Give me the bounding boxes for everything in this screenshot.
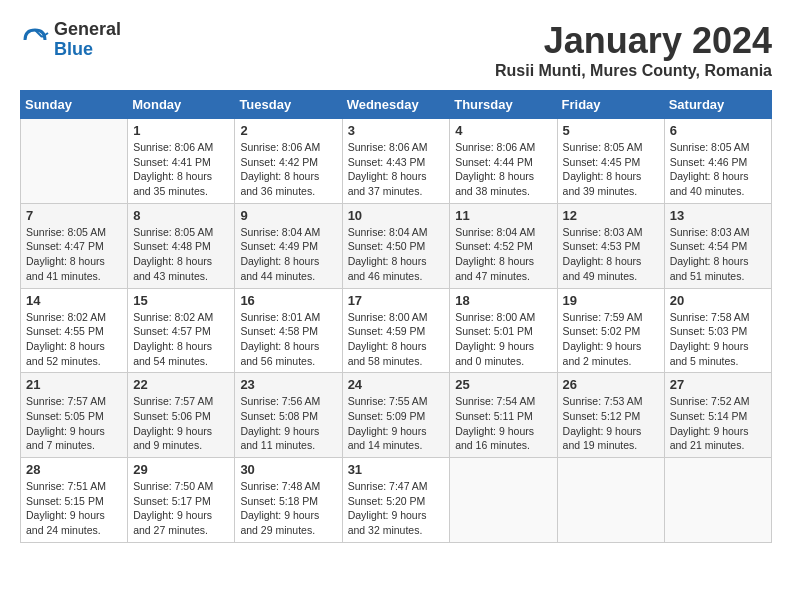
day-info: Sunrise: 8:02 AM Sunset: 4:55 PM Dayligh… [26, 310, 122, 369]
day-number: 17 [348, 293, 445, 308]
day-info: Sunrise: 8:05 AM Sunset: 4:47 PM Dayligh… [26, 225, 122, 284]
day-info: Sunrise: 7:47 AM Sunset: 5:20 PM Dayligh… [348, 479, 445, 538]
calendar-cell [450, 458, 557, 543]
calendar-cell: 9Sunrise: 8:04 AM Sunset: 4:49 PM Daylig… [235, 203, 342, 288]
header-day: Friday [557, 91, 664, 119]
day-info: Sunrise: 7:51 AM Sunset: 5:15 PM Dayligh… [26, 479, 122, 538]
calendar-cell: 25Sunrise: 7:54 AM Sunset: 5:11 PM Dayli… [450, 373, 557, 458]
day-info: Sunrise: 7:57 AM Sunset: 5:06 PM Dayligh… [133, 394, 229, 453]
day-number: 15 [133, 293, 229, 308]
day-info: Sunrise: 8:04 AM Sunset: 4:50 PM Dayligh… [348, 225, 445, 284]
calendar-cell: 24Sunrise: 7:55 AM Sunset: 5:09 PM Dayli… [342, 373, 450, 458]
day-info: Sunrise: 8:06 AM Sunset: 4:44 PM Dayligh… [455, 140, 551, 199]
day-info: Sunrise: 8:03 AM Sunset: 4:54 PM Dayligh… [670, 225, 766, 284]
day-info: Sunrise: 8:06 AM Sunset: 4:41 PM Dayligh… [133, 140, 229, 199]
day-number: 19 [563, 293, 659, 308]
calendar-cell [21, 119, 128, 204]
calendar-cell: 4Sunrise: 8:06 AM Sunset: 4:44 PM Daylig… [450, 119, 557, 204]
day-info: Sunrise: 8:05 AM Sunset: 4:45 PM Dayligh… [563, 140, 659, 199]
calendar-cell: 19Sunrise: 7:59 AM Sunset: 5:02 PM Dayli… [557, 288, 664, 373]
day-number: 22 [133, 377, 229, 392]
calendar-cell: 26Sunrise: 7:53 AM Sunset: 5:12 PM Dayli… [557, 373, 664, 458]
day-number: 10 [348, 208, 445, 223]
day-number: 30 [240, 462, 336, 477]
day-number: 7 [26, 208, 122, 223]
day-number: 8 [133, 208, 229, 223]
calendar-cell: 11Sunrise: 8:04 AM Sunset: 4:52 PM Dayli… [450, 203, 557, 288]
calendar-cell: 20Sunrise: 7:58 AM Sunset: 5:03 PM Dayli… [664, 288, 771, 373]
day-info: Sunrise: 7:55 AM Sunset: 5:09 PM Dayligh… [348, 394, 445, 453]
day-number: 31 [348, 462, 445, 477]
day-info: Sunrise: 8:05 AM Sunset: 4:46 PM Dayligh… [670, 140, 766, 199]
day-info: Sunrise: 8:06 AM Sunset: 4:43 PM Dayligh… [348, 140, 445, 199]
day-info: Sunrise: 7:54 AM Sunset: 5:11 PM Dayligh… [455, 394, 551, 453]
calendar-cell: 22Sunrise: 7:57 AM Sunset: 5:06 PM Dayli… [128, 373, 235, 458]
calendar-week-row: 1Sunrise: 8:06 AM Sunset: 4:41 PM Daylig… [21, 119, 772, 204]
day-number: 14 [26, 293, 122, 308]
header-day: Thursday [450, 91, 557, 119]
calendar-cell: 8Sunrise: 8:05 AM Sunset: 4:48 PM Daylig… [128, 203, 235, 288]
calendar-cell: 18Sunrise: 8:00 AM Sunset: 5:01 PM Dayli… [450, 288, 557, 373]
day-info: Sunrise: 7:59 AM Sunset: 5:02 PM Dayligh… [563, 310, 659, 369]
day-number: 1 [133, 123, 229, 138]
day-info: Sunrise: 7:57 AM Sunset: 5:05 PM Dayligh… [26, 394, 122, 453]
day-number: 25 [455, 377, 551, 392]
calendar-cell: 16Sunrise: 8:01 AM Sunset: 4:58 PM Dayli… [235, 288, 342, 373]
day-info: Sunrise: 8:04 AM Sunset: 4:52 PM Dayligh… [455, 225, 551, 284]
calendar-cell: 31Sunrise: 7:47 AM Sunset: 5:20 PM Dayli… [342, 458, 450, 543]
calendar-week-row: 14Sunrise: 8:02 AM Sunset: 4:55 PM Dayli… [21, 288, 772, 373]
month-title: January 2024 [495, 20, 772, 62]
calendar-table: SundayMondayTuesdayWednesdayThursdayFrid… [20, 90, 772, 543]
day-number: 28 [26, 462, 122, 477]
header-day: Saturday [664, 91, 771, 119]
day-number: 21 [26, 377, 122, 392]
calendar-cell: 10Sunrise: 8:04 AM Sunset: 4:50 PM Dayli… [342, 203, 450, 288]
day-number: 29 [133, 462, 229, 477]
logo-text: General Blue [54, 20, 121, 60]
calendar-cell: 29Sunrise: 7:50 AM Sunset: 5:17 PM Dayli… [128, 458, 235, 543]
day-info: Sunrise: 8:05 AM Sunset: 4:48 PM Dayligh… [133, 225, 229, 284]
calendar-cell: 2Sunrise: 8:06 AM Sunset: 4:42 PM Daylig… [235, 119, 342, 204]
header-day: Wednesday [342, 91, 450, 119]
calendar-week-row: 7Sunrise: 8:05 AM Sunset: 4:47 PM Daylig… [21, 203, 772, 288]
day-number: 18 [455, 293, 551, 308]
calendar-cell: 23Sunrise: 7:56 AM Sunset: 5:08 PM Dayli… [235, 373, 342, 458]
calendar-cell: 13Sunrise: 8:03 AM Sunset: 4:54 PM Dayli… [664, 203, 771, 288]
calendar-cell: 28Sunrise: 7:51 AM Sunset: 5:15 PM Dayli… [21, 458, 128, 543]
calendar-cell: 5Sunrise: 8:05 AM Sunset: 4:45 PM Daylig… [557, 119, 664, 204]
day-info: Sunrise: 8:01 AM Sunset: 4:58 PM Dayligh… [240, 310, 336, 369]
day-number: 2 [240, 123, 336, 138]
header-day: Sunday [21, 91, 128, 119]
logo-blue: Blue [54, 40, 121, 60]
day-number: 23 [240, 377, 336, 392]
day-number: 6 [670, 123, 766, 138]
header-day: Tuesday [235, 91, 342, 119]
calendar-cell: 7Sunrise: 8:05 AM Sunset: 4:47 PM Daylig… [21, 203, 128, 288]
day-info: Sunrise: 8:06 AM Sunset: 4:42 PM Dayligh… [240, 140, 336, 199]
day-number: 16 [240, 293, 336, 308]
day-number: 13 [670, 208, 766, 223]
calendar-cell: 3Sunrise: 8:06 AM Sunset: 4:43 PM Daylig… [342, 119, 450, 204]
day-info: Sunrise: 8:00 AM Sunset: 5:01 PM Dayligh… [455, 310, 551, 369]
calendar-cell: 14Sunrise: 8:02 AM Sunset: 4:55 PM Dayli… [21, 288, 128, 373]
logo: General Blue [20, 20, 121, 60]
logo-icon [20, 25, 50, 55]
location-title: Rusii Munti, Mures County, Romania [495, 62, 772, 80]
day-number: 3 [348, 123, 445, 138]
calendar-week-row: 21Sunrise: 7:57 AM Sunset: 5:05 PM Dayli… [21, 373, 772, 458]
day-number: 26 [563, 377, 659, 392]
day-number: 12 [563, 208, 659, 223]
calendar-cell: 6Sunrise: 8:05 AM Sunset: 4:46 PM Daylig… [664, 119, 771, 204]
day-info: Sunrise: 7:48 AM Sunset: 5:18 PM Dayligh… [240, 479, 336, 538]
day-info: Sunrise: 8:00 AM Sunset: 4:59 PM Dayligh… [348, 310, 445, 369]
header-row: SundayMondayTuesdayWednesdayThursdayFrid… [21, 91, 772, 119]
header-day: Monday [128, 91, 235, 119]
day-info: Sunrise: 8:02 AM Sunset: 4:57 PM Dayligh… [133, 310, 229, 369]
calendar-cell [664, 458, 771, 543]
day-number: 11 [455, 208, 551, 223]
day-number: 5 [563, 123, 659, 138]
day-info: Sunrise: 7:56 AM Sunset: 5:08 PM Dayligh… [240, 394, 336, 453]
day-number: 20 [670, 293, 766, 308]
day-info: Sunrise: 7:53 AM Sunset: 5:12 PM Dayligh… [563, 394, 659, 453]
calendar-cell: 21Sunrise: 7:57 AM Sunset: 5:05 PM Dayli… [21, 373, 128, 458]
